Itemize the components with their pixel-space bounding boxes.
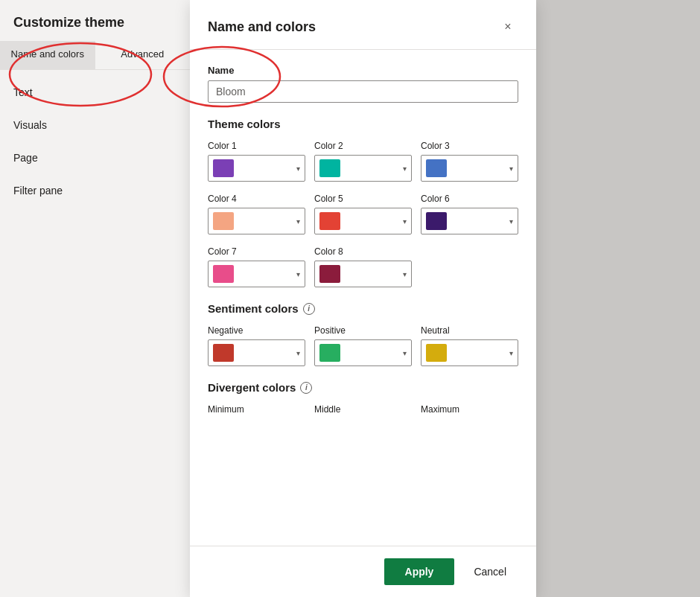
divergent-max-label: Maximum [421, 404, 518, 415]
color-item-2: Color 2 ▾ [314, 141, 412, 182]
sentiment-negative-label: Negative [208, 325, 305, 336]
color-5-label: Color 5 [314, 194, 412, 204]
tab-name-and-colors[interactable]: Name and colors [0, 41, 95, 69]
color-6-swatch [426, 212, 447, 230]
sentiment-negative-swatch [213, 344, 234, 362]
sentiment-info-icon[interactable]: i [303, 303, 315, 315]
dialog: Name and colors × Name Theme colors Colo… [190, 0, 536, 597]
color-4-dropdown[interactable]: ▾ [208, 208, 305, 234]
sidebar-nav: Text Visuals Page Filter pane [0, 70, 190, 213]
sentiment-header: Sentiment colors i [208, 302, 518, 315]
color-5-chevron: ▾ [403, 217, 407, 226]
color-item-6: Color 6 ▾ [421, 194, 518, 234]
sentiment-positive-label: Positive [314, 325, 412, 336]
sentiment-positive-swatch [319, 344, 340, 362]
color-6-label: Color 6 [421, 194, 518, 204]
color-3-swatch [426, 159, 447, 177]
sentiment-negative-chevron: ▾ [296, 349, 300, 357]
sentiment-title: Sentiment colors [208, 302, 299, 315]
sidebar-tabs: Name and colors Advanced [0, 41, 190, 70]
color-4-label: Color 4 [208, 194, 305, 204]
color-1-swatch [213, 159, 234, 177]
sidebar-title: Customize theme [0, 0, 190, 41]
color-7-label: Color 7 [208, 246, 305, 257]
color-8-chevron: ▾ [403, 270, 407, 278]
divergent-labels-row: Minimum Middle Maximum [208, 404, 518, 415]
main-area: Name and colors × Name Theme colors Colo… [190, 0, 700, 597]
color-6-dropdown[interactable]: ▾ [421, 208, 518, 234]
sentiment-neutral-dropdown[interactable]: ▾ [421, 339, 518, 366]
color-item-7: Color 7 ▾ [208, 246, 305, 287]
color-item-1: Color 1 ▾ [208, 141, 305, 182]
dialog-header: Name and colors × [190, 0, 536, 50]
divergent-min-label: Minimum [208, 404, 305, 415]
color-2-label: Color 2 [314, 141, 412, 151]
color-item-3: Color 3 ▾ [421, 141, 518, 182]
color-3-label: Color 3 [421, 141, 518, 151]
sentiment-neutral-swatch [426, 344, 447, 362]
dialog-title: Name and colors [208, 19, 316, 35]
sentiment-grid: Negative ▾ Positive ▾ [208, 325, 518, 366]
sentiment-positive-chevron: ▾ [403, 349, 407, 357]
sentiment-negative: Negative ▾ [208, 325, 305, 366]
color-3-chevron: ▾ [509, 165, 513, 173]
color-8-dropdown[interactable]: ▾ [314, 261, 412, 287]
divergent-header: Divergent colors i [208, 381, 518, 394]
sentiment-neutral-chevron: ▾ [509, 349, 513, 357]
sentiment-neutral-label: Neutral [421, 325, 518, 336]
dialog-body: Name Theme colors Color 1 ▾ Co [190, 50, 536, 546]
divergent-info-icon[interactable]: i [300, 382, 312, 394]
color-6-chevron: ▾ [509, 217, 513, 226]
dialog-footer: Apply Cancel [190, 546, 536, 597]
color-4-chevron: ▾ [296, 217, 300, 226]
color-1-dropdown[interactable]: ▾ [208, 155, 305, 182]
color-7-swatch [213, 265, 234, 283]
sidebar-item-visuals[interactable]: Visuals [0, 109, 190, 141]
color-1-chevron: ▾ [296, 165, 300, 173]
color-8-label: Color 8 [314, 246, 412, 257]
sentiment-positive-dropdown[interactable]: ▾ [314, 339, 412, 366]
name-label: Name [208, 65, 518, 76]
cancel-button[interactable]: Cancel [462, 558, 518, 585]
theme-colors-title: Theme colors [208, 118, 518, 130]
sentiment-negative-dropdown[interactable]: ▾ [208, 339, 305, 366]
name-input[interactable] [208, 80, 518, 103]
apply-button[interactable]: Apply [384, 558, 455, 585]
sentiment-neutral: Neutral ▾ [421, 325, 518, 366]
divergent-title: Divergent colors [208, 381, 296, 394]
sidebar-item-text[interactable]: Text [0, 76, 190, 109]
color-4-swatch [213, 212, 234, 230]
color-1-label: Color 1 [208, 141, 305, 151]
color-item-4: Color 4 ▾ [208, 194, 305, 234]
theme-colors-grid: Color 1 ▾ Color 2 ▾ [208, 141, 518, 287]
sidebar-item-page[interactable]: Page [0, 141, 190, 174]
color-3-dropdown[interactable]: ▾ [421, 155, 518, 182]
color-8-swatch [319, 265, 340, 283]
color-7-dropdown[interactable]: ▾ [208, 261, 305, 287]
color-item-5: Color 5 ▾ [314, 194, 412, 234]
divergent-mid-label: Middle [314, 404, 412, 415]
color-7-chevron: ▾ [296, 270, 300, 278]
close-button[interactable]: × [497, 16, 518, 37]
color-2-chevron: ▾ [403, 165, 407, 173]
color-2-dropdown[interactable]: ▾ [314, 155, 412, 182]
color-2-swatch [319, 159, 340, 177]
color-5-dropdown[interactable]: ▾ [314, 208, 412, 234]
sidebar: Customize theme Name and colors Advanced… [0, 0, 190, 597]
tab-advanced[interactable]: Advanced [95, 41, 191, 69]
divergent-section: Divergent colors i Minimum Middle Maximu… [208, 381, 518, 415]
color-item-8: Color 8 ▾ [314, 246, 412, 287]
color-5-swatch [319, 212, 340, 230]
sentiment-positive: Positive ▾ [314, 325, 412, 366]
sidebar-item-filter-pane[interactable]: Filter pane [0, 174, 190, 207]
